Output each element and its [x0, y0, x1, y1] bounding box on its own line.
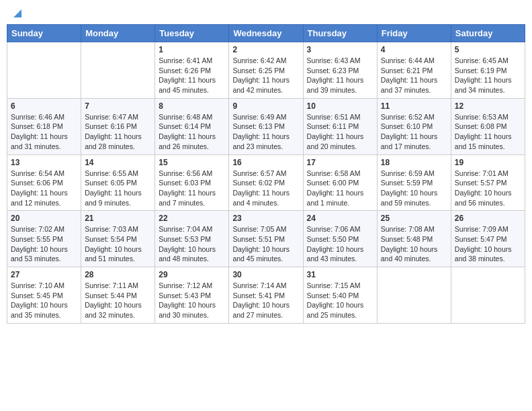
day-number: 23	[232, 214, 299, 223]
calendar-week-row: 27Sunrise: 7:10 AM Sunset: 5:45 PM Dayli…	[7, 267, 525, 324]
day-number: 1	[159, 45, 225, 54]
calendar-cell: 20Sunrise: 7:02 AM Sunset: 5:55 PM Dayli…	[7, 211, 81, 267]
day-info: Sunrise: 7:06 AM Sunset: 5:50 PM Dayligh…	[307, 224, 373, 264]
day-number: 27	[11, 270, 77, 279]
day-info: Sunrise: 7:02 AM Sunset: 5:55 PM Dayligh…	[11, 224, 77, 264]
calendar-cell: 23Sunrise: 7:05 AM Sunset: 5:51 PM Dayli…	[229, 211, 303, 267]
calendar-cell: 7Sunrise: 6:47 AM Sunset: 6:16 PM Daylig…	[81, 98, 155, 154]
calendar-cell: 29Sunrise: 7:12 AM Sunset: 5:43 PM Dayli…	[155, 267, 229, 324]
day-info: Sunrise: 6:59 AM Sunset: 5:59 PM Dayligh…	[381, 169, 447, 208]
calendar-cell: 25Sunrise: 7:08 AM Sunset: 5:48 PM Dayli…	[377, 211, 451, 267]
day-info: Sunrise: 7:04 AM Sunset: 5:53 PM Dayligh…	[159, 224, 225, 264]
calendar-cell: 19Sunrise: 7:01 AM Sunset: 5:57 PM Dayli…	[451, 154, 525, 211]
calendar-cell: 12Sunrise: 6:53 AM Sunset: 6:08 PM Dayli…	[451, 98, 525, 154]
day-number: 8	[159, 101, 225, 111]
day-info: Sunrise: 6:43 AM Sunset: 6:23 PM Dayligh…	[307, 56, 373, 95]
day-number: 11	[381, 101, 447, 111]
calendar-cell	[7, 42, 81, 99]
calendar-cell: 9Sunrise: 6:49 AM Sunset: 6:13 PM Daylig…	[229, 98, 303, 154]
day-info: Sunrise: 6:56 AM Sunset: 6:03 PM Dayligh…	[159, 169, 225, 208]
calendar-cell: 4Sunrise: 6:44 AM Sunset: 6:21 PM Daylig…	[377, 42, 451, 99]
day-number: 10	[307, 101, 373, 111]
day-number: 22	[159, 214, 225, 223]
calendar-cell: 27Sunrise: 7:10 AM Sunset: 5:45 PM Dayli…	[7, 267, 81, 324]
day-number: 6	[11, 101, 77, 111]
day-number: 28	[85, 270, 151, 279]
calendar-cell: 22Sunrise: 7:04 AM Sunset: 5:53 PM Dayli…	[155, 211, 229, 267]
day-number: 25	[381, 214, 447, 223]
day-info: Sunrise: 6:45 AM Sunset: 6:19 PM Dayligh…	[455, 56, 521, 95]
logo	[9, 7, 24, 20]
calendar-cell: 28Sunrise: 7:11 AM Sunset: 5:44 PM Dayli…	[81, 267, 155, 324]
day-info: Sunrise: 7:08 AM Sunset: 5:48 PM Dayligh…	[381, 224, 447, 264]
calendar-cell	[451, 267, 525, 324]
calendar-cell	[81, 42, 155, 99]
calendar-cell: 8Sunrise: 6:48 AM Sunset: 6:14 PM Daylig…	[155, 98, 229, 154]
weekday-header: Monday	[81, 25, 155, 42]
calendar-cell: 24Sunrise: 7:06 AM Sunset: 5:50 PM Dayli…	[303, 211, 377, 267]
day-number: 15	[159, 158, 225, 167]
weekday-header: Saturday	[451, 25, 525, 42]
day-number: 17	[307, 158, 373, 167]
day-info: Sunrise: 7:12 AM Sunset: 5:43 PM Dayligh…	[159, 281, 225, 320]
calendar-cell: 30Sunrise: 7:14 AM Sunset: 5:41 PM Dayli…	[229, 267, 303, 324]
day-info: Sunrise: 7:09 AM Sunset: 5:47 PM Dayligh…	[455, 224, 521, 264]
calendar-week-row: 1Sunrise: 6:41 AM Sunset: 6:26 PM Daylig…	[7, 42, 525, 99]
day-number: 18	[381, 158, 447, 167]
calendar-cell: 16Sunrise: 6:57 AM Sunset: 6:02 PM Dayli…	[229, 154, 303, 211]
calendar-cell: 6Sunrise: 6:46 AM Sunset: 6:18 PM Daylig…	[7, 98, 81, 154]
calendar-cell: 13Sunrise: 6:54 AM Sunset: 6:06 PM Dayli…	[7, 154, 81, 211]
weekday-header: Thursday	[303, 25, 377, 42]
day-info: Sunrise: 7:15 AM Sunset: 5:40 PM Dayligh…	[307, 281, 373, 320]
calendar-cell: 14Sunrise: 6:55 AM Sunset: 6:05 PM Dayli…	[81, 154, 155, 211]
calendar-week-row: 6Sunrise: 6:46 AM Sunset: 6:18 PM Daylig…	[7, 98, 525, 154]
day-number: 2	[232, 45, 299, 54]
calendar-cell: 31Sunrise: 7:15 AM Sunset: 5:40 PM Dayli…	[303, 267, 377, 324]
day-number: 13	[11, 158, 77, 167]
day-number: 5	[455, 45, 521, 54]
day-info: Sunrise: 6:44 AM Sunset: 6:21 PM Dayligh…	[381, 56, 447, 95]
day-info: Sunrise: 6:48 AM Sunset: 6:14 PM Dayligh…	[159, 112, 225, 152]
calendar-cell: 18Sunrise: 6:59 AM Sunset: 5:59 PM Dayli…	[377, 154, 451, 211]
calendar-week-row: 13Sunrise: 6:54 AM Sunset: 6:06 PM Dayli…	[7, 154, 525, 211]
day-number: 9	[232, 101, 299, 111]
day-info: Sunrise: 6:46 AM Sunset: 6:18 PM Dayligh…	[11, 112, 77, 152]
calendar-cell: 15Sunrise: 6:56 AM Sunset: 6:03 PM Dayli…	[155, 154, 229, 211]
day-number: 4	[381, 45, 447, 54]
day-number: 26	[455, 214, 521, 223]
day-info: Sunrise: 7:14 AM Sunset: 5:41 PM Dayligh…	[232, 281, 299, 320]
calendar-header-row: SundayMondayTuesdayWednesdayThursdayFrid…	[7, 25, 525, 42]
day-number: 31	[307, 270, 373, 279]
calendar-cell: 11Sunrise: 6:52 AM Sunset: 6:10 PM Dayli…	[377, 98, 451, 154]
calendar-cell	[377, 267, 451, 324]
day-info: Sunrise: 7:05 AM Sunset: 5:51 PM Dayligh…	[232, 224, 299, 264]
day-number: 19	[455, 158, 521, 167]
day-info: Sunrise: 6:52 AM Sunset: 6:10 PM Dayligh…	[381, 112, 447, 152]
calendar-cell: 1Sunrise: 6:41 AM Sunset: 6:26 PM Daylig…	[155, 42, 229, 99]
weekday-header: Tuesday	[155, 25, 229, 42]
day-info: Sunrise: 7:03 AM Sunset: 5:54 PM Dayligh…	[85, 224, 151, 264]
day-info: Sunrise: 6:58 AM Sunset: 6:00 PM Dayligh…	[307, 169, 373, 208]
day-number: 16	[232, 158, 299, 167]
calendar-cell: 2Sunrise: 6:42 AM Sunset: 6:25 PM Daylig…	[229, 42, 303, 99]
calendar-cell: 17Sunrise: 6:58 AM Sunset: 6:00 PM Dayli…	[303, 154, 377, 211]
weekday-header: Sunday	[7, 25, 81, 42]
day-info: Sunrise: 6:51 AM Sunset: 6:11 PM Dayligh…	[307, 112, 373, 152]
calendar-cell: 5Sunrise: 6:45 AM Sunset: 6:19 PM Daylig…	[451, 42, 525, 99]
page-header	[7, 7, 525, 20]
day-info: Sunrise: 6:47 AM Sunset: 6:16 PM Dayligh…	[85, 112, 151, 152]
day-number: 3	[307, 45, 373, 54]
day-info: Sunrise: 6:41 AM Sunset: 6:26 PM Dayligh…	[159, 56, 225, 95]
calendar-week-row: 20Sunrise: 7:02 AM Sunset: 5:55 PM Dayli…	[7, 211, 525, 267]
calendar-cell: 26Sunrise: 7:09 AM Sunset: 5:47 PM Dayli…	[451, 211, 525, 267]
day-info: Sunrise: 6:54 AM Sunset: 6:06 PM Dayligh…	[11, 169, 77, 208]
weekday-header: Wednesday	[229, 25, 303, 42]
logo-triangle-icon	[11, 7, 24, 20]
day-info: Sunrise: 7:01 AM Sunset: 5:57 PM Dayligh…	[455, 169, 521, 208]
calendar-cell: 3Sunrise: 6:43 AM Sunset: 6:23 PM Daylig…	[303, 42, 377, 99]
day-number: 14	[85, 158, 151, 167]
day-number: 21	[85, 214, 151, 223]
calendar-cell: 21Sunrise: 7:03 AM Sunset: 5:54 PM Dayli…	[81, 211, 155, 267]
day-info: Sunrise: 7:10 AM Sunset: 5:45 PM Dayligh…	[11, 281, 77, 320]
day-number: 29	[159, 270, 225, 279]
